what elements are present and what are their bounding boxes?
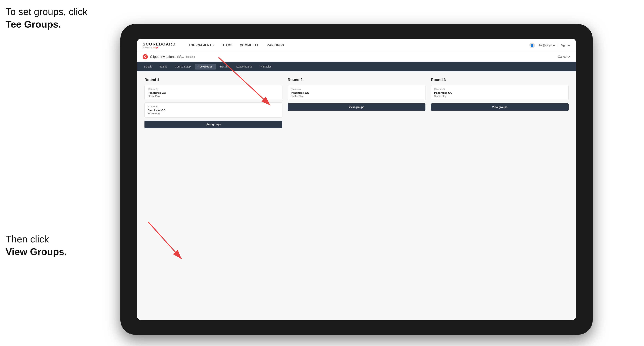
main-content: Round 1 (Course A) Peachtree GC Stroke P… [137,71,576,320]
instruction-line2-bold: Tee Groups. [6,19,61,30]
tab-bar: Details Teams Course Setup Tee Groups Re… [137,62,576,71]
instruction-line1: To set groups, click [6,6,88,17]
logo-area: SCOREBOARD Powered by clippit [142,42,176,49]
round-2-view-groups-button[interactable]: View groups [288,103,425,111]
round-2-course-a-label: (Course A) [291,88,422,90]
cancel-button[interactable]: Cancel ✕ [558,55,570,59]
instruction-bottom: Then click View Groups. [6,233,67,258]
nav-rankings[interactable]: RANKINGS [267,44,284,47]
sign-out-link[interactable]: Sign out [561,44,570,47]
round-2-title: Round 2 [288,78,425,82]
tournament-header: C Clippd Invitational (M... Hosting Canc… [137,52,576,62]
nav-links: TOURNAMENTS TEAMS COMMITTEE RANKINGS [189,44,520,47]
tab-teams[interactable]: Teams [156,64,170,70]
tab-details[interactable]: Details [141,64,156,70]
cancel-label: Cancel [558,55,567,58]
arrow-to-tee-groups [218,57,293,114]
round-3-course-a-label: (Course A) [434,88,566,90]
nav-right: 👤 blair@clippd.io | Sign out [529,42,570,48]
round-1-view-groups-button[interactable]: View groups [144,121,282,128]
tournament-title-area: C Clippd Invitational (M... Hosting [142,54,195,59]
nav-tournaments[interactable]: TOURNAMENTS [189,44,214,47]
tab-course-setup[interactable]: Course Setup [172,64,194,70]
nav-teams[interactable]: TEAMS [221,44,232,47]
round-3-course-a-name: Peachtree GC [434,91,566,94]
logo-powered: Powered by clippit [142,47,176,49]
user-email: blair@clippd.io [538,44,555,47]
instruction-line3: Then click [6,234,49,244]
user-avatar: 👤 [529,42,535,48]
separator: | [558,44,558,47]
round-3-course-a-card: (Course A) Peachtree GC Stroke Play [431,85,568,100]
round-3-section: Round 3 (Course A) Peachtree GC Stroke P… [431,78,568,128]
tournament-icon: C [142,54,148,59]
svg-line-1 [218,57,270,105]
top-nav: SCOREBOARD Powered by clippit TOURNAMENT… [137,39,576,52]
round-2-course-a-card: (Course A) Peachtree GC Stroke Play [288,85,425,100]
arrow-to-view-groups [130,222,204,278]
tournament-status: Hosting [186,55,195,58]
tab-tee-groups[interactable]: Tee Groups [195,64,216,70]
round-3-view-groups-button[interactable]: View groups [431,103,568,111]
logo-text: SCOREBOARD [142,42,176,47]
round-2-section: Round 2 (Course A) Peachtree GC Stroke P… [288,78,425,128]
rounds-grid: Round 1 (Course A) Peachtree GC Stroke P… [144,78,568,128]
instruction-top: To set groups, click Tee Groups. [6,5,88,30]
round-2-course-a-format: Stroke Play [291,95,422,97]
cancel-x-icon: ✕ [568,55,570,59]
round-2-course-a-name: Peachtree GC [291,91,422,94]
nav-committee[interactable]: COMMITTEE [240,44,259,47]
tournament-name: Clippd Invitational (M... [150,55,184,59]
svg-line-3 [148,222,182,259]
round-3-title: Round 3 [431,78,568,82]
instruction-line4-bold: View Groups. [6,246,67,257]
round-3-course-a-format: Stroke Play [434,95,566,97]
tablet-device: SCOREBOARD Powered by clippit TOURNAMENT… [120,24,593,335]
